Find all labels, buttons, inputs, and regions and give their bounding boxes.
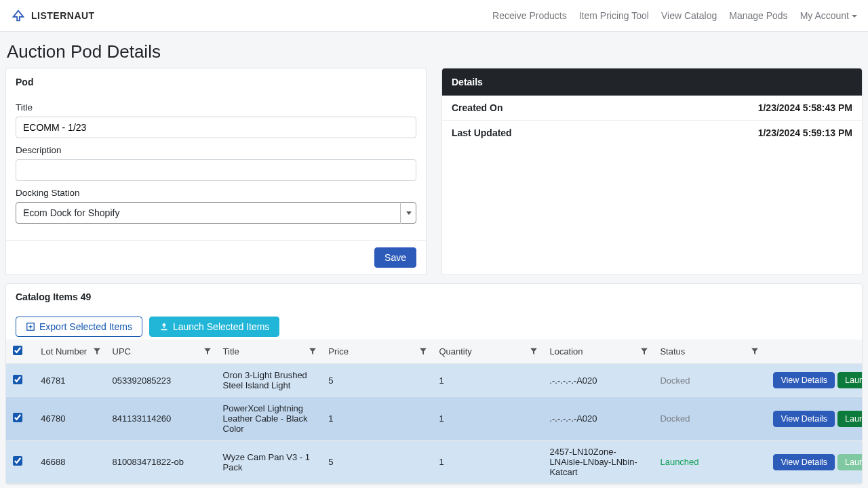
- launch-row-button[interactable]: Launch: [837, 411, 862, 427]
- row-checkbox[interactable]: [13, 456, 22, 466]
- view-details-button[interactable]: View Details: [773, 454, 835, 470]
- row-checkbox[interactable]: [13, 375, 22, 384]
- cell-status: Docked: [653, 397, 764, 441]
- cell-lot: 46688: [34, 441, 105, 484]
- filter-icon[interactable]: [420, 346, 427, 357]
- table-row: 46781053392085223Oron 3-Light Brushed St…: [6, 364, 862, 397]
- created-on-value: 1/23/2024 5:58:43 PM: [758, 102, 852, 113]
- launch-row-button[interactable]: Launch: [837, 454, 862, 470]
- view-details-button[interactable]: View Details: [773, 372, 835, 388]
- col-qty-header: Quantity: [432, 340, 542, 364]
- launch-selected-label: Launch Selected Items: [173, 321, 269, 332]
- last-updated-value: 1/23/2024 5:59:13 PM: [758, 127, 852, 138]
- cell-title: PowerXcel Lightning Leather Cable - Blac…: [216, 397, 322, 441]
- upload-icon: [159, 322, 169, 331]
- export-icon: [26, 322, 35, 331]
- nav-manage-pods[interactable]: Manage Pods: [729, 10, 787, 21]
- filter-icon[interactable]: [641, 346, 648, 357]
- created-on-label: Created On: [452, 102, 502, 113]
- filter-icon[interactable]: [204, 346, 211, 357]
- nav-my-account[interactable]: My Account: [800, 10, 857, 21]
- cell-loc: .-.-.-.-.-A020: [542, 397, 653, 441]
- brand-logo-icon: [11, 8, 26, 23]
- catalog-table: Lot Number UPC Title Price Quantity Loca…: [6, 340, 862, 484]
- cell-status: Docked: [653, 364, 764, 397]
- docking-select[interactable]: Ecom Dock for Shopify: [16, 202, 416, 224]
- export-selected-label: Export Selected Items: [39, 321, 132, 332]
- details-card: Details Created On 1/23/2024 5:58:43 PM …: [441, 68, 863, 275]
- col-lot-header: Lot Number: [34, 340, 105, 364]
- cell-status: Launched: [653, 441, 764, 484]
- catalog-header: Catalog Items 49: [6, 284, 862, 310]
- brand[interactable]: LISTERNAUT: [11, 8, 95, 23]
- cell-actions: View DetailsLaunch: [764, 397, 862, 441]
- row-checkbox[interactable]: [13, 413, 22, 422]
- docking-label: Docking Station: [16, 188, 416, 198]
- cell-lot: 46780: [34, 397, 105, 441]
- nav-right: Receive Products Item Pricing Tool View …: [492, 10, 857, 21]
- col-upc-header: UPC: [106, 340, 216, 364]
- filter-icon[interactable]: [751, 346, 758, 357]
- page-title: Auction Pod Details: [0, 32, 868, 68]
- cell-price: 1: [321, 397, 432, 441]
- launch-row-button[interactable]: Launch: [837, 372, 862, 388]
- col-actions-header: [764, 340, 862, 364]
- filter-icon[interactable]: [309, 346, 316, 357]
- col-status-header: Status: [653, 340, 764, 364]
- pod-card-header: Pod: [6, 68, 426, 96]
- table-row: 46688810083471822-obWyze Cam Pan V3 - 1 …: [6, 441, 862, 484]
- cell-price: 5: [321, 364, 432, 397]
- col-title-header: Title: [216, 340, 322, 364]
- brand-name: LISTERNAUT: [31, 10, 95, 21]
- cell-title: Oron 3-Light Brushed Steel Island Light: [216, 364, 322, 397]
- pod-card: Pod Title Description Docking Station Ec…: [5, 68, 427, 275]
- caption-text: Listernaut allows you to select all of y…: [0, 485, 868, 488]
- description-label: Description: [16, 145, 416, 155]
- description-input[interactable]: [16, 159, 416, 181]
- filter-icon[interactable]: [530, 346, 537, 357]
- cell-title: Wyze Cam Pan V3 - 1 Pack: [216, 441, 322, 484]
- catalog-card: Catalog Items 49 Export Selected Items L…: [5, 283, 863, 485]
- select-all-checkbox[interactable]: [13, 346, 22, 355]
- details-card-header: Details: [442, 68, 862, 96]
- col-loc-header: Location: [542, 340, 653, 364]
- nav-item-pricing[interactable]: Item Pricing Tool: [579, 10, 649, 21]
- cell-qty: 1: [432, 441, 542, 484]
- table-row: 46780841133114260PowerXcel Lightning Lea…: [6, 397, 862, 441]
- top-navbar: LISTERNAUT Receive Products Item Pricing…: [0, 0, 868, 32]
- export-selected-button[interactable]: Export Selected Items: [16, 317, 142, 337]
- col-price-header: Price: [321, 340, 432, 364]
- catalog-toolbar: Export Selected Items Launch Selected It…: [6, 310, 862, 340]
- cell-lot: 46781: [34, 364, 105, 397]
- cell-actions: View DetailsLaunch: [764, 441, 862, 484]
- launch-selected-button[interactable]: Launch Selected Items: [149, 317, 279, 337]
- filter-icon[interactable]: [94, 346, 100, 357]
- col-checkbox-header: [6, 340, 34, 364]
- cell-loc: 2457-LN10Zone-LNAisle-LNbay-LNbin-Katcar…: [542, 441, 653, 484]
- save-button[interactable]: Save: [374, 247, 416, 268]
- cell-upc: 810083471822-ob: [106, 441, 216, 484]
- cell-upc: 053392085223: [106, 364, 216, 397]
- title-input[interactable]: [16, 117, 416, 138]
- last-updated-label: Last Updated: [452, 127, 512, 138]
- cell-price: 5: [321, 441, 432, 484]
- nav-receive-products[interactable]: Receive Products: [492, 10, 567, 21]
- cell-actions: View DetailsLaunch: [764, 364, 862, 397]
- view-details-button[interactable]: View Details: [773, 411, 835, 427]
- title-label: Title: [16, 102, 416, 113]
- cell-upc: 841133114260: [106, 397, 216, 441]
- cell-qty: 1: [432, 397, 542, 441]
- nav-view-catalog[interactable]: View Catalog: [661, 10, 717, 21]
- cell-loc: .-.-.-.-.-A020: [542, 364, 653, 397]
- cell-qty: 1: [432, 364, 542, 397]
